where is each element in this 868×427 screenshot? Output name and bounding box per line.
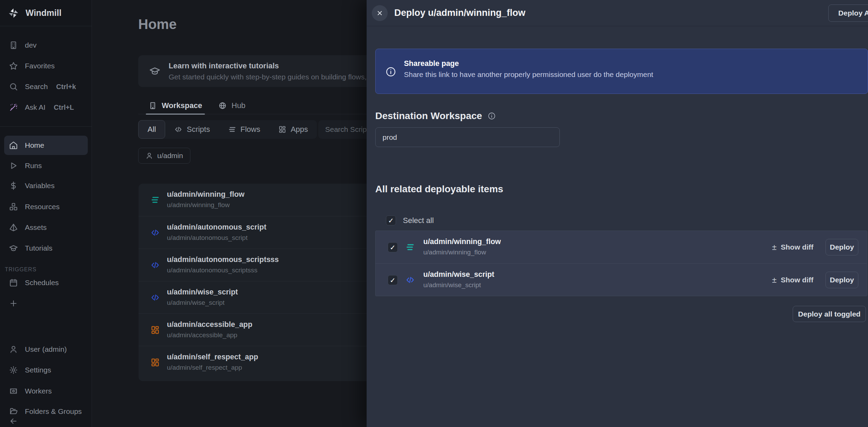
item-checkbox[interactable]: ✓ bbox=[388, 242, 398, 252]
flow-lines-icon bbox=[228, 125, 236, 134]
item-path: u/admin/winning_flow bbox=[423, 249, 486, 256]
sidebar-item-variables[interactable]: Variables bbox=[4, 176, 88, 195]
building-icon bbox=[149, 101, 157, 110]
sidebar-item-label: Ask AI bbox=[25, 103, 46, 111]
check-icon: ✓ bbox=[390, 277, 396, 284]
select-all-row[interactable]: ✓ Select all bbox=[386, 215, 434, 225]
filter-label: Flows bbox=[240, 125, 260, 134]
sidebar-item-label: Tutorials bbox=[25, 244, 53, 252]
item-title: u/admin/accessible_app bbox=[167, 320, 252, 329]
sidebar: Windmill dev Favorites Search Ctrl+k bbox=[0, 0, 92, 427]
sidebar-section-triggers: TRIGGERS bbox=[5, 266, 37, 273]
close-icon bbox=[376, 10, 383, 17]
deploy-item-button[interactable]: Deploy bbox=[825, 272, 858, 288]
item-path: u/admin/winning_flow bbox=[167, 201, 230, 209]
owner-filter-label: u/admin bbox=[157, 152, 183, 160]
select-all-checkbox[interactable]: ✓ bbox=[386, 215, 396, 225]
tutorials-banner-title: Learn with interactive tutorials bbox=[169, 61, 391, 70]
destination-workspace-heading: Destination Workspace bbox=[375, 110, 496, 122]
show-diff-label: Show diff bbox=[781, 243, 813, 251]
show-diff-button[interactable]: ± Show diff bbox=[772, 264, 813, 296]
filter-all[interactable]: All bbox=[138, 120, 165, 139]
tutorials-banner-subtitle: Get started quickly with step-by-step gu… bbox=[169, 73, 391, 81]
layout-grid-icon bbox=[150, 358, 160, 367]
sidebar-item-label: User (admin) bbox=[25, 345, 67, 353]
code-icon bbox=[150, 293, 160, 302]
sidebar-item-label: Folders & Groups bbox=[25, 407, 82, 416]
sidebar-item-label: Variables bbox=[25, 182, 55, 190]
tab-hub[interactable]: Hub bbox=[218, 97, 245, 114]
type-filter-group: All Scripts Flows Apps bbox=[138, 120, 317, 139]
sidebar-item-ask-ai[interactable]: Ask AI Ctrl+L bbox=[4, 98, 88, 117]
tab-label: Workspace bbox=[162, 101, 202, 110]
sidebar-add-button[interactable] bbox=[4, 294, 88, 313]
user-icon bbox=[145, 152, 153, 159]
code-icon bbox=[405, 275, 415, 285]
destination-workspace-input[interactable] bbox=[375, 127, 560, 147]
windmill-logo-icon bbox=[8, 7, 19, 19]
deploy-drawer: Deploy u/admin/winning_flow Deploy All S… bbox=[367, 0, 868, 427]
item-path: u/admin/autonomous_scriptsss bbox=[167, 266, 257, 274]
sidebar-item-search[interactable]: Search Ctrl+k bbox=[4, 77, 88, 96]
calendar-icon bbox=[9, 278, 18, 287]
sidebar-item-settings[interactable]: Settings bbox=[4, 360, 88, 380]
pyramid-icon bbox=[9, 223, 18, 232]
home-icon bbox=[9, 141, 18, 150]
item-path: u/admin/autonomous_script bbox=[167, 234, 247, 242]
plus-minus-icon: ± bbox=[772, 242, 776, 252]
drawer-title: Deploy u/admin/winning_flow bbox=[394, 8, 526, 18]
owner-filter-chip[interactable]: u/admin bbox=[138, 148, 190, 164]
drawer-header: Deploy u/admin/winning_flow Deploy All bbox=[367, 0, 868, 26]
deployable-item-row: ✓ u/admin/wise_script u/admin/wise_scrip… bbox=[376, 263, 867, 296]
sidebar-divider bbox=[0, 126, 92, 127]
sidebar-item-label: Resources bbox=[25, 203, 59, 211]
search-icon bbox=[9, 82, 18, 91]
filter-label: All bbox=[148, 125, 156, 134]
deployable-item-row: ✓ u/admin/winning_flow u/admin/winning_f… bbox=[376, 231, 867, 263]
folder-open-icon bbox=[9, 407, 18, 416]
filter-apps[interactable]: Apps bbox=[269, 120, 317, 139]
shareable-page-banner: Shareable page Share this link to have a… bbox=[375, 49, 868, 94]
sidebar-collapse-button[interactable] bbox=[4, 415, 88, 427]
search-shortcut: Ctrl+k bbox=[56, 83, 76, 91]
deploy-item-button[interactable]: Deploy bbox=[825, 239, 858, 255]
filter-flows[interactable]: Flows bbox=[219, 120, 269, 139]
item-path: u/admin/wise_script bbox=[167, 299, 225, 307]
sidebar-item-assets[interactable]: Assets bbox=[4, 218, 88, 237]
filter-scripts[interactable]: Scripts bbox=[165, 120, 219, 139]
show-diff-button[interactable]: ± Show diff bbox=[772, 231, 813, 263]
code-icon bbox=[150, 228, 160, 237]
deployable-items-list: ✓ u/admin/winning_flow u/admin/winning_f… bbox=[375, 231, 867, 296]
app-logo-row[interactable]: Windmill bbox=[0, 0, 92, 26]
sidebar-item-workers[interactable]: Workers bbox=[4, 381, 88, 401]
sidebar-item-home[interactable]: Home bbox=[4, 136, 88, 155]
item-title: u/admin/wise_script bbox=[167, 288, 238, 297]
sidebar-item-schedules[interactable]: Schedules bbox=[4, 273, 88, 292]
code-icon bbox=[150, 260, 160, 270]
sidebar-item-label: Favorites bbox=[25, 62, 55, 70]
page-title: Home bbox=[138, 17, 177, 32]
item-title: u/admin/autonomous_scriptsss bbox=[167, 255, 279, 264]
tab-workspace[interactable]: Workspace bbox=[149, 97, 202, 114]
play-icon bbox=[9, 161, 18, 170]
item-path: u/admin/wise_script bbox=[423, 281, 481, 289]
deploy-all-button[interactable]: Deploy All bbox=[828, 4, 868, 22]
close-button[interactable] bbox=[372, 5, 388, 21]
sidebar-item-user[interactable]: User (admin) bbox=[4, 340, 88, 359]
filter-label: Scripts bbox=[187, 125, 210, 134]
flow-icon bbox=[405, 242, 415, 252]
filter-label: Apps bbox=[291, 125, 308, 134]
deploy-all-toggled-button[interactable]: Deploy all toggled bbox=[793, 306, 866, 322]
app-title: Windmill bbox=[26, 8, 62, 18]
sidebar-item-runs[interactable]: Runs bbox=[4, 156, 88, 175]
item-checkbox[interactable]: ✓ bbox=[388, 275, 398, 285]
dollar-sign-icon bbox=[9, 181, 18, 190]
building-icon bbox=[9, 41, 18, 50]
item-path: u/admin/self_respect_app bbox=[167, 364, 242, 371]
select-all-label: Select all bbox=[403, 216, 434, 225]
item-title: u/admin/self_respect_app bbox=[167, 353, 258, 361]
sidebar-item-workspace-dev[interactable]: dev bbox=[4, 36, 88, 55]
sidebar-item-favorites[interactable]: Favorites bbox=[4, 56, 88, 76]
sidebar-item-tutorials[interactable]: Tutorials bbox=[4, 239, 88, 258]
sidebar-item-resources[interactable]: Resources bbox=[4, 197, 88, 216]
